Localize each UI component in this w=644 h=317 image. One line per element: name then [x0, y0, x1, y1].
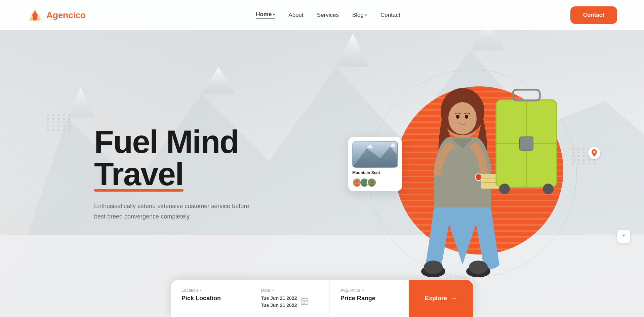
- contact-button[interactable]: Contact: [570, 6, 617, 24]
- price-value: Price Range: [340, 295, 398, 302]
- svg-rect-47: [303, 301, 304, 302]
- svg-point-22: [424, 261, 443, 274]
- home-chevron-icon: ▾: [273, 12, 275, 17]
- svg-point-24: [469, 261, 488, 274]
- nav-contact[interactable]: Contact: [380, 12, 400, 18]
- svg-rect-30: [520, 137, 533, 150]
- scroll-up-button[interactable]: ↑: [617, 230, 631, 243]
- main-nav: Home ▾ About Services Blog ▾ Contact: [256, 11, 400, 19]
- location-section[interactable]: Location ▾ Pick Location: [171, 280, 250, 317]
- nav-blog[interactable]: Blog ▾: [352, 12, 367, 18]
- svg-rect-48: [304, 301, 305, 302]
- svg-rect-27: [513, 90, 540, 101]
- date-value-2: Tue Jun 21 2022: [261, 302, 297, 309]
- svg-rect-51: [304, 303, 305, 304]
- svg-point-40: [362, 184, 367, 187]
- bottom-search-bar: Location ▾ Pick Location Date ▾ Tue Jun …: [171, 280, 473, 317]
- date-value-1: Tue Jun 21 2022: [261, 295, 297, 302]
- date-section[interactable]: Date ▾ Tue Jun 21 2022 Tue Jun 21 2022: [250, 280, 329, 317]
- logo[interactable]: Agencico: [27, 7, 86, 23]
- svg-rect-50: [303, 303, 304, 304]
- explore-button[interactable]: Explore →: [409, 280, 473, 317]
- date-chevron-icon: ▾: [272, 288, 274, 292]
- svg-point-37: [356, 180, 359, 183]
- svg-point-39: [363, 180, 366, 183]
- mountain-card-title: Mountain Scot: [352, 170, 398, 175]
- avatar-3: [367, 178, 376, 187]
- price-section[interactable]: Avg. Price ▾ Price Range: [330, 280, 409, 317]
- hero-subtitle: Enthusiastically extend extensive custom…: [94, 201, 262, 222]
- hero-text-block: Fuel Mind Travel Enthusiastically extend…: [94, 126, 262, 222]
- woman-figure: [382, 83, 560, 285]
- avatars-group: [352, 178, 398, 187]
- hero-visual: Mountain Scot: [355, 60, 590, 288]
- arrow-right-icon: →: [450, 294, 457, 302]
- svg-point-16: [465, 115, 468, 119]
- nav-services[interactable]: Services: [317, 12, 339, 18]
- location-pin-icon: [588, 147, 600, 159]
- svg-point-31: [499, 184, 510, 194]
- header: Agencico Home ▾ About Services Blog ▾ Co…: [0, 0, 644, 30]
- hero-title: Fuel Mind Travel: [94, 126, 262, 190]
- svg-point-32: [543, 184, 554, 194]
- hero-section: Fuel Mind Travel Enthusiastically extend…: [0, 0, 644, 317]
- svg-point-14: [448, 102, 477, 134]
- price-chevron-icon: ▾: [362, 288, 364, 292]
- blog-chevron-icon: ▾: [365, 13, 367, 17]
- nav-home[interactable]: Home ▾: [256, 11, 275, 19]
- location-chevron-icon: ▾: [200, 288, 202, 292]
- svg-point-41: [370, 180, 373, 183]
- hero-content: Fuel Mind Travel Enthusiastically extend…: [0, 30, 644, 317]
- nav-about[interactable]: About: [288, 12, 303, 18]
- svg-point-15: [456, 115, 459, 119]
- date-label: Date ▾: [261, 288, 318, 293]
- svg-point-42: [369, 184, 374, 187]
- svg-rect-49: [306, 301, 307, 302]
- location-value: Pick Location: [182, 295, 239, 302]
- arrow-up-icon: ↑: [622, 233, 625, 239]
- price-label: Avg. Price ▾: [340, 288, 398, 293]
- brand-name: Agencico: [46, 10, 86, 21]
- mountain-card: Mountain Scot: [348, 137, 402, 191]
- svg-point-38: [355, 184, 359, 187]
- mountain-card-image: [352, 141, 398, 168]
- calendar-icon: [301, 298, 308, 307]
- location-label: Location ▾: [182, 288, 239, 293]
